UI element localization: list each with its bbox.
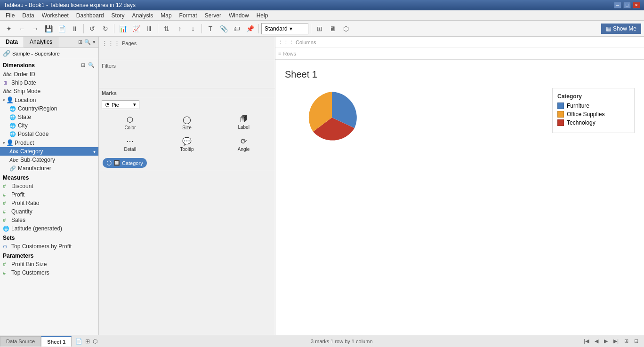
swap-button[interactable]: ⇅ (161, 23, 173, 35)
field-country[interactable]: 🌐 Country/Region (0, 104, 98, 113)
back-button[interactable]: ← (16, 23, 28, 35)
location-group-header[interactable]: ▾ 👤 Location (0, 95, 98, 104)
datasource-name[interactable]: Sample - Superstore (12, 51, 60, 56)
menu-format[interactable]: Format (176, 11, 201, 20)
forward-button[interactable]: → (29, 23, 41, 35)
filters-content (132, 62, 272, 73)
field-profit-ratio[interactable]: # Profit Ratio (0, 199, 98, 207)
marks-size-btn[interactable]: ◯ Size (160, 113, 215, 133)
tab-analytics[interactable]: Analytics (24, 37, 58, 47)
chart-bar-button[interactable]: 📈 (130, 23, 142, 35)
field-ship-date[interactable]: 🗓 Ship Date (0, 79, 98, 87)
tab-search-icon[interactable]: 🔍 (83, 38, 92, 46)
field-subcategory[interactable]: Abc Sub-Category (0, 156, 98, 164)
field-top-customers-param[interactable]: # Top Customers (0, 268, 98, 277)
rows-icon: ≡ (278, 51, 281, 56)
minimize-button[interactable]: ─ (614, 2, 621, 8)
maximize-button[interactable]: □ (623, 2, 631, 8)
tab-grid-icon[interactable]: ⊞ (77, 38, 83, 46)
marks-type-select[interactable]: ◔ Pie ▾ (102, 100, 139, 109)
field-profit[interactable]: # Profit (0, 190, 98, 199)
field-postal-code[interactable]: 🌐 Postal Code (0, 130, 98, 138)
tab-sheet1[interactable]: Sheet 1 (41, 336, 72, 347)
show-me-button[interactable]: ▦ Show Me (601, 24, 641, 34)
nav-next-button[interactable]: ▶ (602, 337, 610, 345)
menu-analysis[interactable]: Analysis (129, 11, 157, 20)
nav-prev-button[interactable]: ◀ (593, 337, 600, 345)
menu-data[interactable]: Data (18, 11, 38, 20)
standard-dropdown[interactable]: Standard ▾ (261, 23, 308, 34)
menu-map[interactable]: Map (157, 11, 175, 20)
menu-file[interactable]: File (2, 11, 18, 20)
nav-last-button[interactable]: ▶| (612, 337, 620, 345)
undo-button[interactable]: ↺ (86, 23, 98, 35)
legend-label-office: Office Supplies (567, 111, 605, 118)
marks-detail-btn[interactable]: ⋯ Detail (103, 134, 158, 154)
field-latitude[interactable]: 🌐 Latitude (generated) (0, 224, 98, 233)
fit-button[interactable]: ⊞ (314, 23, 326, 35)
field-sales[interactable]: # Sales (0, 216, 98, 224)
add-dashboard-icon[interactable]: ⬡ (92, 337, 98, 346)
new-button[interactable]: 📄 (56, 23, 68, 35)
field-top-customers[interactable]: ⊙ Top Customers by Profit (0, 242, 98, 251)
marks-color-btn[interactable]: ⬡ Color (103, 113, 158, 133)
save-button[interactable]: 💾 (42, 23, 55, 35)
clip-button[interactable]: 📎 (217, 23, 230, 35)
sort-asc-button[interactable]: ↑ (174, 23, 186, 35)
field-manufacturer[interactable]: 🔗 Manufacturer (0, 164, 98, 173)
menu-server[interactable]: Server (201, 11, 225, 20)
pin-button[interactable]: 📌 (244, 23, 256, 35)
label-button[interactable]: 🏷 (231, 23, 243, 35)
menu-help[interactable]: Help (253, 11, 272, 20)
nav-first-button[interactable]: |◀ (582, 337, 591, 345)
chart-text-button[interactable]: Ⅲ (143, 23, 155, 35)
device-button[interactable]: 🖥 (327, 23, 339, 35)
marks-label-label: Label (238, 125, 249, 130)
tab-more-icon[interactable]: ▾ (92, 38, 97, 46)
pause-button[interactable]: ⏸ (69, 23, 81, 35)
parameters-label: Parameters (3, 252, 33, 259)
dim-search-icon[interactable]: 🔍 (87, 61, 96, 69)
new-sheet-icon[interactable]: 📄 (74, 337, 83, 346)
text-button[interactable]: T (204, 23, 217, 35)
field-profit-bin[interactable]: # Profit Bin Size (0, 260, 98, 268)
duplicate-sheet-icon[interactable]: ⊞ (84, 337, 91, 346)
grid-view-button[interactable]: ⊞ (622, 337, 630, 345)
detail-icon: ⋯ (126, 137, 134, 146)
field-ship-mode[interactable]: Abc Ship Mode (0, 87, 98, 95)
close-button[interactable]: ✕ (633, 2, 640, 8)
marks-angle-btn[interactable]: ⟳ Angle (216, 134, 271, 154)
field-discount[interactable]: # Discount (0, 182, 98, 190)
left-panel: Data Analytics ⊞ 🔍 ▾ 🔗 Sample - Supersto… (0, 37, 99, 335)
marks-tooltip-btn[interactable]: 💬 Tooltip (160, 134, 215, 154)
marks-label-btn[interactable]: 🗐 Label (216, 113, 271, 133)
field-state[interactable]: 🌐 State (0, 113, 98, 121)
menu-dashboard[interactable]: Dashboard (72, 11, 108, 20)
list-view-button[interactable]: ⊟ (632, 337, 640, 345)
abc-icon: Abc (3, 89, 12, 94)
sort-desc-button[interactable]: ↓ (187, 23, 199, 35)
field-city[interactable]: 🌐 City (0, 121, 98, 130)
menu-worksheet[interactable]: Worksheet (38, 11, 72, 20)
menu-story[interactable]: Story (108, 11, 129, 20)
home-button[interactable]: ✦ (3, 23, 15, 35)
field-order-id[interactable]: Abc Order ID (0, 70, 98, 79)
marks-category-pill[interactable]: ⬡ 🔲 Category (103, 158, 147, 168)
field-category[interactable]: Abc Category ▾ (0, 147, 98, 156)
redo-button[interactable]: ↻ (99, 23, 112, 35)
menu-window[interactable]: Window (225, 11, 253, 20)
dim-grid-icon[interactable]: ⊞ (80, 61, 86, 69)
chevron-down-icon: ▾ (3, 141, 5, 145)
tab-data[interactable]: Data (0, 37, 24, 47)
datasource-row: 🔗 Sample - Superstore (0, 48, 98, 59)
tab-data-source[interactable]: Data Source (0, 336, 41, 347)
chart-type-button[interactable]: 📊 (117, 23, 129, 35)
pill-dimension-icon: 🔲 (113, 160, 120, 166)
field-quantity[interactable]: # Quantity (0, 207, 98, 216)
middle-panels: ⋮⋮⋮ Pages Filters Marks ◔ Pie ▾ (99, 37, 275, 335)
measures-label: Measures (3, 174, 29, 181)
product-group-header[interactable]: ▾ 👤 Product (0, 138, 98, 147)
sheet-title: Sheet 1 (285, 69, 635, 80)
legend-color-furniture (557, 103, 564, 109)
share-button[interactable]: ⬡ (340, 23, 352, 35)
